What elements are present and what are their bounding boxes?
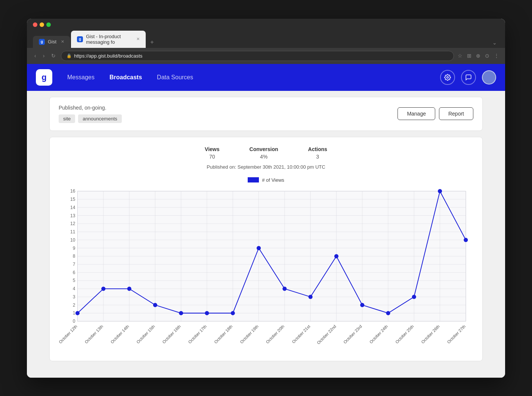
svg-point-59 xyxy=(231,311,235,315)
svg-text:October 22nd: October 22nd xyxy=(316,324,337,345)
tab-favicon-active: g xyxy=(77,36,83,42)
svg-text:6: 6 xyxy=(73,270,75,275)
tab-close-active-icon[interactable]: ✕ xyxy=(136,37,140,42)
stat-views: Views 70 xyxy=(205,146,219,160)
svg-text:October 18th: October 18th xyxy=(213,324,233,344)
back-button[interactable]: ‹ xyxy=(33,52,38,59)
chat-button[interactable] xyxy=(461,70,476,85)
svg-point-62 xyxy=(309,295,312,298)
tab-close-icon[interactable]: ✕ xyxy=(61,39,64,44)
status-row: Published, on-going. site announcements … xyxy=(59,105,473,123)
svg-text:October 19th: October 19th xyxy=(239,324,259,344)
nav-broadcasts[interactable]: Broadcasts xyxy=(109,73,142,82)
tag-site: site xyxy=(59,114,75,123)
svg-text:October 26th: October 26th xyxy=(420,324,440,344)
app-content: g Messages Broadcasts Data Sources xyxy=(27,64,505,378)
url-bar[interactable]: 🔒 https://app.gist.build/broadcasts xyxy=(61,51,454,61)
svg-point-58 xyxy=(205,311,209,315)
svg-text:1: 1 xyxy=(73,310,75,316)
title-bar xyxy=(27,19,505,31)
translate-icon[interactable]: ⊕ xyxy=(476,53,480,59)
action-buttons: Manage Report xyxy=(398,107,473,120)
svg-text:October 20th: October 20th xyxy=(265,324,285,344)
svg-point-53 xyxy=(75,311,79,315)
chat-icon xyxy=(465,74,472,81)
stats-row: Views 70 Conversion 4% Actions 3 xyxy=(59,146,473,160)
menu-icon[interactable]: ⋮ xyxy=(494,53,499,59)
stat-views-label: Views xyxy=(205,146,219,152)
browser-chrome: g Gist ✕ g Gist - In-product messaging f… xyxy=(27,19,505,64)
svg-point-63 xyxy=(334,254,338,258)
close-button[interactable] xyxy=(33,22,37,27)
nav-messages[interactable]: Messages xyxy=(67,73,95,82)
new-tab-button[interactable]: + xyxy=(146,37,157,48)
bookmark-icon[interactable]: ☆ xyxy=(458,53,463,59)
extensions-icon[interactable]: ⊞ xyxy=(467,53,471,59)
svg-text:October 13th: October 13th xyxy=(84,324,104,344)
logo-letter: g xyxy=(41,73,46,82)
tab-favicon: g xyxy=(39,39,45,45)
settings-button[interactable] xyxy=(440,70,455,85)
svg-text:16: 16 xyxy=(70,188,75,194)
chart-legend: # of Views xyxy=(59,177,473,183)
tab-gist[interactable]: g Gist ✕ xyxy=(33,36,70,48)
svg-text:3: 3 xyxy=(73,294,75,299)
status-card: Published, on-going. site announcements … xyxy=(49,97,483,131)
svg-text:October 17th: October 17th xyxy=(188,324,208,344)
svg-text:15: 15 xyxy=(70,196,75,202)
traffic-lights xyxy=(33,22,51,27)
status-left: Published, on-going. site announcements xyxy=(59,105,122,123)
svg-text:12: 12 xyxy=(70,221,75,226)
navbar: g Messages Broadcasts Data Sources xyxy=(27,64,505,91)
svg-text:14: 14 xyxy=(70,205,75,210)
stat-conversion: Conversion 4% xyxy=(250,146,278,160)
svg-point-64 xyxy=(361,303,364,307)
stat-actions: Actions 3 xyxy=(308,146,327,160)
gear-icon xyxy=(444,74,451,81)
svg-text:October 14th: October 14th xyxy=(110,324,130,344)
chart-card: Views 70 Conversion 4% Actions 3 Publish… xyxy=(49,137,483,361)
svg-point-57 xyxy=(179,311,183,315)
address-bar: ‹ › ↻ 🔒 https://app.gist.build/broadcast… xyxy=(27,48,505,64)
svg-text:2: 2 xyxy=(73,302,75,307)
svg-text:8: 8 xyxy=(73,254,75,259)
tags-container: site announcements xyxy=(59,114,122,123)
report-button[interactable]: Report xyxy=(439,107,473,120)
svg-text:October 21st: October 21st xyxy=(291,323,311,344)
svg-point-54 xyxy=(102,287,105,291)
tag-announcements: announcements xyxy=(78,114,122,123)
stat-actions-value: 3 xyxy=(308,154,327,160)
forward-button[interactable]: › xyxy=(41,52,46,59)
reload-button[interactable]: ↻ xyxy=(50,52,57,59)
svg-text:October 12th: October 12th xyxy=(59,324,78,344)
svg-text:10: 10 xyxy=(70,237,75,242)
svg-text:October 25th: October 25th xyxy=(395,324,415,344)
line-chart: 012345678910111213141516October 12thOcto… xyxy=(59,187,473,352)
browser-window: g Gist ✕ g Gist - In-product messaging f… xyxy=(27,19,505,378)
svg-text:9: 9 xyxy=(73,245,75,251)
svg-point-68 xyxy=(464,238,468,242)
svg-text:October 27th: October 27th xyxy=(446,324,467,344)
tab-gist-messaging[interactable]: g Gist - In-product messaging fo ✕ xyxy=(71,31,146,48)
maximize-button[interactable] xyxy=(46,22,51,27)
tabs-bar: g Gist ✕ g Gist - In-product messaging f… xyxy=(27,31,505,48)
svg-point-60 xyxy=(257,246,260,250)
lock-icon: 🔒 xyxy=(66,53,72,58)
profile-icon[interactable]: ⊙ xyxy=(485,53,489,59)
manage-button[interactable]: Manage xyxy=(398,107,435,120)
tab-label: Gist xyxy=(48,39,56,44)
avatar[interactable] xyxy=(482,70,496,85)
stat-conversion-value: 4% xyxy=(250,154,278,160)
url-text: https://app.gist.build/broadcasts xyxy=(74,53,142,59)
svg-text:October 16th: October 16th xyxy=(161,324,182,344)
svg-text:5: 5 xyxy=(73,278,75,283)
svg-text:7: 7 xyxy=(73,261,75,267)
nav-data-sources[interactable]: Data Sources xyxy=(157,73,193,82)
app-logo[interactable]: g xyxy=(36,69,52,86)
svg-text:October 23rd: October 23rd xyxy=(343,324,363,344)
minimize-button[interactable] xyxy=(40,22,44,27)
svg-point-67 xyxy=(438,189,442,193)
nav-links: Messages Broadcasts Data Sources xyxy=(67,73,440,82)
svg-text:October 15th: October 15th xyxy=(136,324,156,344)
svg-point-55 xyxy=(127,287,131,291)
